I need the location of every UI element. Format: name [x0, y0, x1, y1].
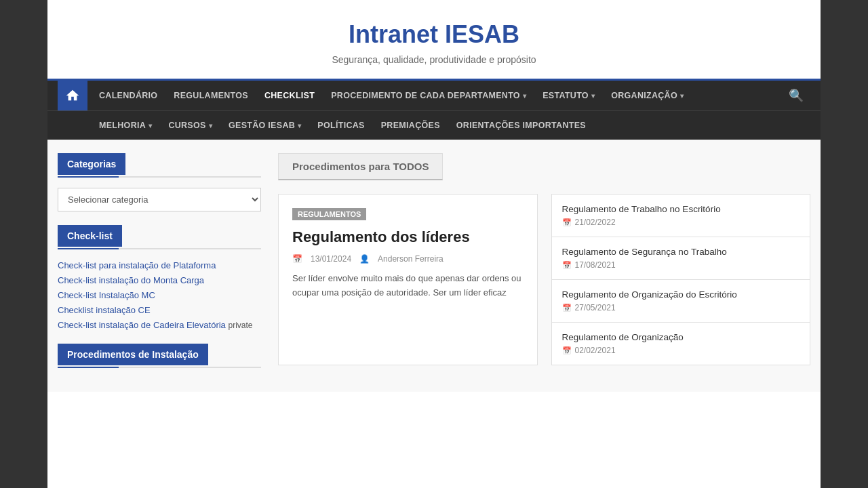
side-item-date-2: 📅 17/08/2021 [562, 260, 800, 270]
calendar-icon: 📅 [292, 254, 302, 264]
instalacao-section: Procedimentos de Instalação [58, 344, 261, 368]
side-list: Regulamento de Trabalho no Escritório 📅 … [551, 194, 811, 365]
nav-bottom-row: MELHORIA ▾ CURSOS ▾ GESTÃO IESAB ▾ POLÍT… [47, 110, 821, 140]
nav-politicas[interactable]: POLÍTICAS [309, 111, 372, 140]
content-area: Procedimentos para TODOS REGULAMENTOS Re… [278, 153, 810, 378]
navigation: CALENDÁRIO REGULAMENTOS CHECKLIST PROCED… [47, 81, 821, 140]
chevron-down-icon: ▾ [523, 92, 526, 100]
card-tag: REGULAMENTOS [292, 208, 366, 220]
private-tag: private [228, 321, 252, 330]
checklist-section: Check-list Check-list para instalação de… [58, 225, 261, 330]
nav-melhoria[interactable]: MELHORIA ▾ [91, 111, 160, 140]
chevron-down-icon: ▾ [298, 122, 301, 129]
checklist-link-2[interactable]: Check-list instalação do Monta Carga [58, 275, 204, 285]
card-excerpt: Ser líder envolve muito mais do que apen… [292, 272, 524, 300]
nav-calendario[interactable]: CALENDÁRIO [91, 81, 165, 110]
nav-gestao[interactable]: GESTÃO IESAB ▾ [220, 111, 309, 140]
calendar-icon: 📅 [562, 218, 572, 227]
chevron-down-icon: ▾ [209, 122, 212, 129]
list-item: Regulamento de Trabalho no Escritório 📅 … [551, 194, 811, 237]
card-author: Anderson Ferreira [378, 254, 443, 264]
nav-premiacoes[interactable]: PREMIAÇÕES [373, 111, 448, 140]
calendar-icon: 📅 [562, 304, 572, 312]
list-item: Check-list para instalação de Plataforma [58, 260, 261, 270]
section-heading: Procedimentos para TODOS [278, 153, 443, 180]
calendar-icon: 📅 [562, 261, 572, 270]
checklist-link-4[interactable]: Checklist instalação CE [58, 305, 151, 315]
search-button[interactable]: 🔍 [782, 81, 810, 110]
nav-top-links: CALENDÁRIO REGULAMENTOS CHECKLIST PROCED… [91, 81, 782, 110]
nav-top-row: CALENDÁRIO REGULAMENTOS CHECKLIST PROCED… [47, 81, 821, 110]
site-title: Intranet IESAB [61, 20, 807, 49]
checklist-link-3[interactable]: Check-list Instalação MC [58, 290, 155, 300]
list-item: Regulamento de Segurança no Trabalho 📅 1… [551, 237, 811, 280]
checklist-link-1[interactable]: Check-list para instalação de Plataforma [58, 260, 216, 270]
chevron-down-icon: ▾ [680, 92, 684, 100]
sidebar-divider [58, 176, 261, 178]
featured-card: REGULAMENTOS Regulamento dos líderes 📅 1… [278, 194, 538, 365]
checklist-title: Check-list [58, 225, 122, 247]
cards-grid: REGULAMENTOS Regulamento dos líderes 📅 1… [278, 194, 810, 365]
checklist-links: Check-list para instalação de Plataforma… [58, 260, 261, 330]
list-item: Check-list instalação de Cadeira Elevató… [58, 319, 261, 330]
card-date: 13/01/2024 [311, 254, 351, 264]
list-item: Check-list instalação do Monta Carga [58, 274, 261, 285]
side-item-date-1: 📅 21/02/2022 [562, 218, 800, 227]
categorias-section: Categorias Selecionar categoria [58, 153, 261, 225]
site-subtitle: Segurança, qualidade, produtividade e pr… [61, 54, 807, 65]
side-item-title-3[interactable]: Regulamento de Organização do Escritório [562, 289, 800, 300]
nav-estatuto[interactable]: ESTATUTO ▾ [534, 81, 603, 110]
checklist-link-5[interactable]: Check-list instalação de Cadeira Elevató… [58, 320, 253, 330]
author-icon: 👤 [359, 254, 370, 264]
list-item: Regulamento de Organização 📅 02/02/2021 [551, 323, 811, 365]
chevron-down-icon: ▾ [591, 92, 595, 100]
side-item-title-2[interactable]: Regulamento de Segurança no Trabalho [562, 247, 800, 257]
nav-orientacoes[interactable]: ORIENTAÇÕES IMPORTANTES [448, 111, 594, 140]
site-header: Intranet IESAB Segurança, qualidade, pro… [47, 0, 821, 81]
side-item-title-1[interactable]: Regulamento de Trabalho no Escritório [562, 204, 800, 214]
side-item-date-3: 📅 27/05/2021 [562, 303, 800, 312]
sidebar-divider-3 [58, 367, 261, 368]
card-title[interactable]: Regulamento dos líderes [292, 228, 524, 246]
main-content: Categorias Selecionar categoria Check-li… [47, 140, 821, 392]
nav-cursos[interactable]: CURSOS ▾ [160, 111, 220, 140]
instalacao-title: Procedimentos de Instalação [58, 344, 208, 365]
categorias-title: Categorias [58, 153, 125, 175]
side-item-title-4[interactable]: Regulamento de Organização [562, 332, 800, 342]
nav-organizacao[interactable]: ORGANIZAÇÃO ▾ [603, 81, 692, 110]
list-item: Checklist instalação CE [58, 304, 261, 315]
card-meta: 📅 13/01/2024 👤 Anderson Ferreira [292, 254, 524, 264]
category-select[interactable]: Selecionar categoria [58, 188, 261, 211]
list-item: Regulamento de Organização do Escritório… [551, 280, 811, 323]
nav-regulamentos[interactable]: REGULAMENTOS [165, 81, 256, 110]
chevron-down-icon: ▾ [149, 122, 152, 129]
nav-checklist[interactable]: CHECKLIST [256, 81, 323, 110]
list-item: Check-list Instalação MC [58, 289, 261, 300]
sidebar-divider-2 [58, 248, 261, 249]
home-button[interactable] [58, 81, 87, 110]
side-item-date-4: 📅 02/02/2021 [562, 346, 800, 355]
nav-procedimento[interactable]: PROCEDIMENTO DE CADA DEPARTAMENTO ▾ [323, 81, 534, 110]
calendar-icon: 📅 [562, 346, 572, 355]
sidebar: Categorias Selecionar categoria Check-li… [58, 153, 261, 378]
